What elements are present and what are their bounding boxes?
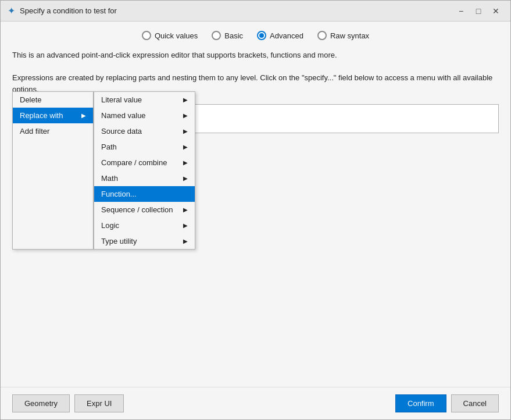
submenu-label-named-value: Named value [101, 111, 146, 120]
window-title: Specify a condition to test for [20, 6, 117, 15]
submenu-arrow-path: ▶ [183, 144, 188, 150]
title-controls: − □ ✕ [453, 5, 503, 17]
title-bar: ✦ Specify a condition to test for − □ ✕ [1, 1, 510, 22]
radio-quick-values[interactable]: Quick values [142, 31, 198, 40]
title-bar-left: ✦ Specify a condition to test for [8, 5, 117, 16]
submenu-arrow-compare: ▶ [183, 159, 188, 166]
submenu-label-math: Math [101, 174, 118, 183]
submenu-label-compare-combine: Compare / combine [101, 158, 167, 167]
confirm-button[interactable]: Confirm [395, 394, 446, 412]
radio-circle-quick-values [142, 31, 151, 40]
menu-item-add-filter-label: Add filter [20, 127, 49, 136]
geometry-button[interactable]: Geometry [12, 394, 70, 412]
radio-advanced[interactable]: Advanced [257, 31, 303, 40]
menu-item-add-filter[interactable]: Add filter [13, 123, 93, 139]
radio-circle-raw-syntax [317, 31, 327, 40]
radio-label-basic: Basic [224, 31, 243, 40]
radio-circle-advanced [257, 31, 266, 40]
submenu-item-sequence[interactable]: Sequence / collection ▶ [94, 202, 195, 218]
content-area: Quick values Basic Advanced Raw syntax T… [1, 22, 510, 387]
radio-label-advanced: Advanced [270, 31, 303, 40]
footer-right: Confirm Cancel [395, 394, 499, 412]
description-block: This is an advanced point-and-click expr… [12, 49, 499, 95]
submenu-item-type-utility[interactable]: Type utility ▶ [94, 233, 195, 249]
window-icon: ✦ [8, 5, 15, 16]
submenu-item-path[interactable]: Path ▶ [94, 139, 195, 155]
submenu-item-named-value[interactable]: Named value ▶ [94, 108, 195, 123]
submenu-arrow-type: ▶ [183, 238, 188, 244]
footer-left: Geometry Expr UI [12, 394, 124, 412]
expr-ui-button[interactable]: Expr UI [74, 394, 124, 412]
menu-item-replace-with[interactable]: Replace with ▶ [13, 108, 93, 123]
submenu-arrow-literal: ▶ [183, 97, 188, 103]
radio-dot-advanced [259, 33, 264, 38]
submenu-item-math[interactable]: Math ▶ [94, 170, 195, 186]
menu-item-delete[interactable]: Delete [13, 92, 93, 108]
submenu-label-sequence: Sequence / collection [101, 205, 173, 214]
submenu-label-logic: Logic [101, 221, 119, 230]
context-menu: Delete Replace with ▶ Add filter [12, 91, 94, 250]
submenu-item-literal-value[interactable]: Literal value ▶ [94, 92, 195, 108]
submenu-arrow-logic: ▶ [183, 222, 188, 229]
close-button[interactable]: ✕ [488, 5, 503, 17]
submenu-arrow-source: ▶ [183, 128, 188, 134]
description-line1: This is an advanced point-and-click expr… [12, 49, 499, 61]
submenu-label-function: Function... [101, 190, 137, 198]
submenu-item-function[interactable]: Function... [94, 186, 195, 202]
submenu-item-source-data[interactable]: Source data ▶ [94, 123, 195, 139]
radio-basic[interactable]: Basic [212, 31, 243, 40]
minimize-button[interactable]: − [453, 5, 469, 17]
main-window: ✦ Specify a condition to test for − □ ✕ … [0, 0, 511, 420]
maximize-button[interactable]: □ [471, 5, 486, 17]
footer: Geometry Expr UI Confirm Cancel [1, 387, 510, 419]
submenu: Literal value ▶ Named value ▶ Source dat… [94, 91, 195, 250]
submenu-arrow-math: ▶ [183, 175, 188, 181]
submenu-arrow-sequence: ▶ [183, 207, 188, 213]
radio-label-raw-syntax: Raw syntax [330, 31, 369, 40]
cancel-button[interactable]: Cancel [451, 394, 499, 412]
radio-group: Quick values Basic Advanced Raw syntax [12, 31, 499, 40]
submenu-label-type-utility: Type utility [101, 237, 137, 245]
radio-raw-syntax[interactable]: Raw syntax [317, 31, 369, 40]
submenu-label-path: Path [101, 143, 117, 151]
submenu-label-literal-value: Literal value [101, 95, 142, 104]
radio-circle-basic [212, 31, 221, 40]
context-menu-wrapper: Delete Replace with ▶ Add filter Literal… [12, 91, 195, 250]
submenu-item-logic[interactable]: Logic ▶ [94, 218, 195, 233]
radio-label-quick-values: Quick values [155, 31, 198, 40]
submenu-label-source-data: Source data [101, 127, 142, 136]
submenu-arrow-named: ▶ [183, 112, 188, 119]
menu-item-delete-label: Delete [20, 95, 42, 104]
menu-item-replace-with-label: Replace with [20, 111, 63, 120]
submenu-arrow-replace: ▶ [81, 112, 86, 119]
submenu-item-compare-combine[interactable]: Compare / combine ▶ [94, 155, 195, 170]
